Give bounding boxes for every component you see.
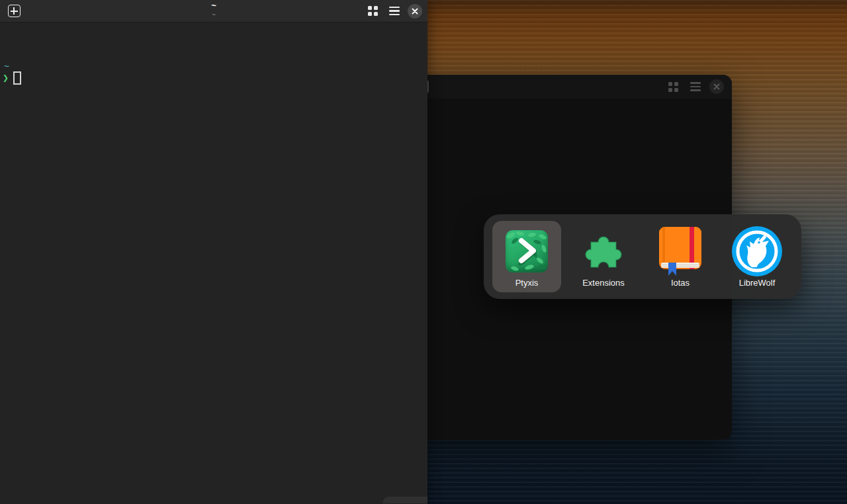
ptyxis-leaves-chevron [506, 230, 548, 273]
menu-button[interactable] [687, 78, 704, 95]
desktop: ~ ~ ~ ❯ [0, 0, 847, 504]
close-button[interactable] [408, 4, 422, 19]
grid-2x2-icon [368, 6, 378, 16]
app-label: LibreWolf [739, 278, 776, 288]
prompt-cwd: ~ [4, 61, 9, 71]
tab-overview-button[interactable] [664, 78, 682, 95]
switcher-item-ptyxis[interactable]: Ptyxis [492, 221, 561, 292]
iotas-app-icon [657, 226, 703, 277]
hamburger-icon [389, 7, 400, 15]
switcher-item-iotas[interactable]: Iotas [646, 221, 715, 292]
close-button[interactable] [709, 79, 724, 94]
window-title: ~ ~ [211, 1, 216, 19]
tab-overview-button[interactable] [364, 3, 381, 20]
menu-button[interactable] [386, 3, 403, 20]
app-label: Extensions [582, 278, 625, 288]
terminal-content-area[interactable]: ~ ❯ [0, 22, 427, 503]
terminal-window: ~ ~ ~ ❯ [0, 0, 427, 504]
background-window-headerbar [410, 75, 732, 99]
switcher-item-librewolf[interactable]: LibreWolf [723, 221, 791, 292]
app-label: Iotas [671, 278, 690, 288]
app-switcher: Ptyxis Extensions [484, 214, 801, 299]
window-subtitle-text: ~ [211, 11, 216, 19]
hamburger-icon [690, 82, 701, 91]
librewolf-app-icon [732, 226, 782, 276]
terminal-headerbar: ~ ~ [0, 0, 427, 22]
close-icon [412, 8, 418, 15]
scroll-indicator-toast [382, 497, 427, 503]
terminal-cursor [13, 71, 21, 85]
switcher-item-extensions[interactable]: Extensions [569, 221, 638, 292]
new-tab-icon [8, 5, 21, 17]
extensions-app-icon [578, 226, 629, 276]
prompt-symbol: ❯ [3, 72, 9, 84]
ptyxis-app-icon [506, 230, 548, 273]
window-title-text: ~ [211, 1, 216, 11]
prompt-line: ❯ [3, 71, 21, 85]
new-tab-button[interactable] [5, 3, 22, 20]
app-label: Ptyxis [515, 278, 539, 288]
grid-2x2-icon [668, 82, 678, 92]
close-icon [713, 83, 720, 90]
